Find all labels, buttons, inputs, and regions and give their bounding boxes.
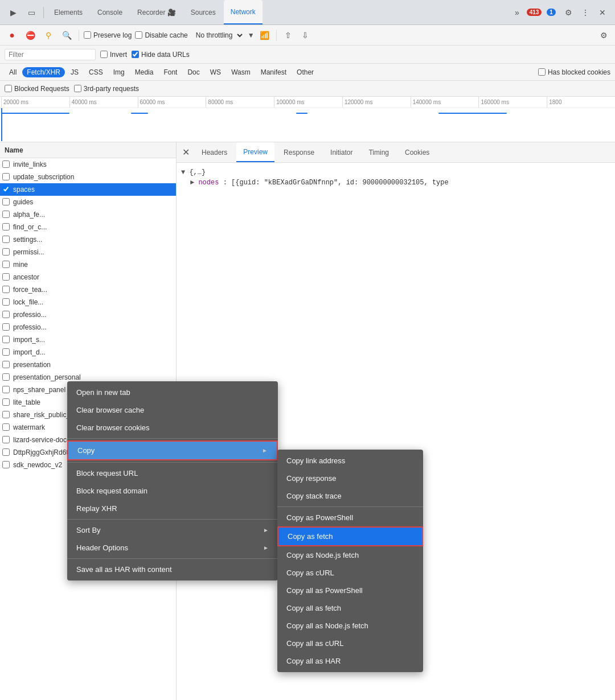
sub-copy-nodejs-fetch[interactable]: Copy as Node.js fetch [277, 546, 423, 564]
ctx-save-har[interactable]: Save all as HAR with content [67, 561, 278, 578]
sub-copy-curl[interactable]: Copy as cURL [277, 564, 423, 582]
settings-icon[interactable]: ⚙ [560, 5, 576, 20]
type-all[interactable]: All [5, 67, 21, 77]
type-js[interactable]: JS [66, 67, 83, 77]
sub-copy-all-powershell[interactable]: Copy all as PowerShell [277, 582, 423, 599]
tab-response[interactable]: Response [277, 142, 321, 162]
type-wasm[interactable]: Wasm [227, 67, 255, 77]
network-item[interactable]: import_s... [0, 333, 176, 346]
ctx-sep-4 [67, 558, 278, 559]
ctx-clear-cache[interactable]: Clear browser cache [67, 401, 278, 419]
ctx-sep-1 [67, 438, 278, 439]
sub-copy-stack-trace[interactable]: Copy stack trace [277, 487, 423, 505]
ctx-replay-xhr[interactable]: Replay XHR [67, 500, 278, 517]
network-item[interactable]: settings... [0, 233, 176, 246]
tab-sources[interactable]: Sources [184, 0, 223, 24]
search-icon[interactable]: 🔍 [59, 28, 74, 43]
network-item-ancestor[interactable]: ancestor [0, 271, 176, 283]
network-item[interactable]: update_subscription [0, 171, 176, 183]
network-item[interactable]: professio... [0, 308, 176, 321]
ctx-sort-by[interactable]: Sort By ► [67, 521, 278, 539]
type-ws[interactable]: WS [206, 67, 226, 77]
sub-copy-powershell[interactable]: Copy as PowerShell [277, 509, 423, 526]
invert-checkbox[interactable]: Invert [100, 51, 127, 59]
ctx-clear-cookies[interactable]: Clear browser cookies [67, 419, 278, 437]
download-icon[interactable]: ⇩ [298, 28, 312, 42]
copy-submenu: Copy link address Copy response Copy sta… [277, 450, 423, 672]
close-icon[interactable]: ✕ [594, 5, 610, 20]
info-badge[interactable]: 1 [543, 5, 559, 20]
tab-timing[interactable]: Timing [362, 142, 396, 162]
tab-console[interactable]: Console [91, 0, 129, 24]
throttle-select[interactable]: No throttling [191, 30, 244, 41]
type-css[interactable]: CSS [84, 67, 108, 77]
type-other[interactable]: Other [292, 67, 318, 77]
blocked-cookies-checkbox[interactable]: Has blocked cookies [538, 68, 610, 76]
sub-copy-response[interactable]: Copy response [277, 470, 423, 487]
tab-network[interactable]: Network [224, 0, 263, 24]
sub-copy-all-fetch[interactable]: Copy all as fetch [277, 599, 423, 617]
sub-copy-all-nodejs-fetch[interactable]: Copy all as Node.js fetch [277, 617, 423, 635]
ctx-open-new-tab[interactable]: Open in new tab [67, 384, 278, 401]
sub-sep-1 [277, 507, 423, 507]
type-fetch-xhr[interactable]: Fetch/XHR [22, 67, 65, 77]
tab-headers[interactable]: Headers [195, 142, 234, 162]
ctx-block-url[interactable]: Block request URL [67, 464, 278, 482]
record-button[interactable]: ● [5, 28, 19, 43]
network-item-spaces[interactable]: spaces [0, 183, 176, 196]
more-options-icon[interactable]: ⋮ [577, 5, 593, 20]
tab-preview[interactable]: Preview [236, 142, 274, 162]
error-badge[interactable]: 413 [526, 5, 542, 20]
panel-tabs: ✕ Headers Preview Response Initiator Tim… [177, 142, 615, 163]
sub-copy-link-address[interactable]: Copy link address [277, 452, 423, 470]
device-icon[interactable]: ▭ [23, 4, 40, 21]
network-item[interactable]: mine [0, 258, 176, 271]
blocked-requests-checkbox[interactable]: Blocked Requests [5, 85, 69, 93]
stop-button[interactable]: ⛔ [23, 28, 38, 43]
tab-elements[interactable]: Elements [47, 0, 89, 24]
ctx-block-domain[interactable]: Block request domain [67, 482, 278, 500]
upload-icon[interactable]: ⇧ [281, 28, 295, 42]
type-font[interactable]: Font [159, 67, 182, 77]
more-tabs-button[interactable]: » [509, 5, 525, 20]
request-options-bar: Blocked Requests 3rd-party requests [0, 81, 615, 97]
tab-cookies[interactable]: Cookies [398, 142, 436, 162]
tick-4: 80000 ms [206, 97, 274, 108]
context-menu: Open in new tab Clear browser cache Clea… [67, 381, 278, 580]
devtools-tab-bar: ▶ ▭ Elements Console Recorder 🎥 Sources … [0, 0, 615, 25]
preserve-log-checkbox[interactable]: Preserve log [84, 31, 132, 39]
filter-input[interactable] [5, 49, 96, 60]
network-item[interactable]: find_or_c... [0, 221, 176, 233]
tick-3: 60000 ms [138, 97, 206, 108]
toolbar-settings-icon[interactable]: ⚙ [597, 28, 610, 42]
filter-icon[interactable]: ⚲ [41, 28, 56, 43]
network-item[interactable]: guides [0, 196, 176, 208]
cursor-icon[interactable]: ▶ [5, 4, 22, 21]
sub-copy-all-har[interactable]: Copy all as HAR [277, 652, 423, 670]
tab-initiator[interactable]: Initiator [323, 142, 359, 162]
third-party-checkbox[interactable]: 3rd-party requests [74, 85, 139, 93]
sub-copy-as-fetch[interactable]: Copy as fetch [277, 526, 423, 546]
toolbar-separator [79, 30, 79, 41]
network-toolbar: ● ⛔ ⚲ 🔍 Preserve log Disable cache No th… [0, 25, 615, 46]
network-item[interactable]: presentation [0, 359, 176, 371]
type-doc[interactable]: Doc [183, 67, 204, 77]
ctx-header-options[interactable]: Header Options ► [67, 539, 278, 557]
type-img[interactable]: Img [109, 67, 129, 77]
ctx-copy[interactable]: Copy ► [67, 440, 278, 460]
network-item[interactable]: permissi... [0, 246, 176, 258]
network-item[interactable]: invite_links [0, 158, 176, 171]
type-manifest[interactable]: Manifest [256, 67, 291, 77]
network-item[interactable]: alpha_fe... [0, 208, 176, 221]
wifi-icon[interactable]: 📶 [258, 28, 272, 42]
network-item[interactable]: professio... [0, 321, 176, 333]
sub-copy-all-curl[interactable]: Copy all as cURL [277, 635, 423, 652]
network-item[interactable]: lock_file... [0, 296, 176, 308]
type-media[interactable]: Media [130, 67, 158, 77]
hide-data-urls-checkbox[interactable]: Hide data URLs [132, 51, 190, 59]
tab-recorder[interactable]: Recorder 🎥 [130, 0, 183, 24]
panel-close-button[interactable]: ✕ [179, 146, 192, 159]
network-item[interactable]: import_d... [0, 346, 176, 359]
disable-cache-checkbox[interactable]: Disable cache [135, 31, 187, 39]
network-item[interactable]: force_tea... [0, 283, 176, 296]
